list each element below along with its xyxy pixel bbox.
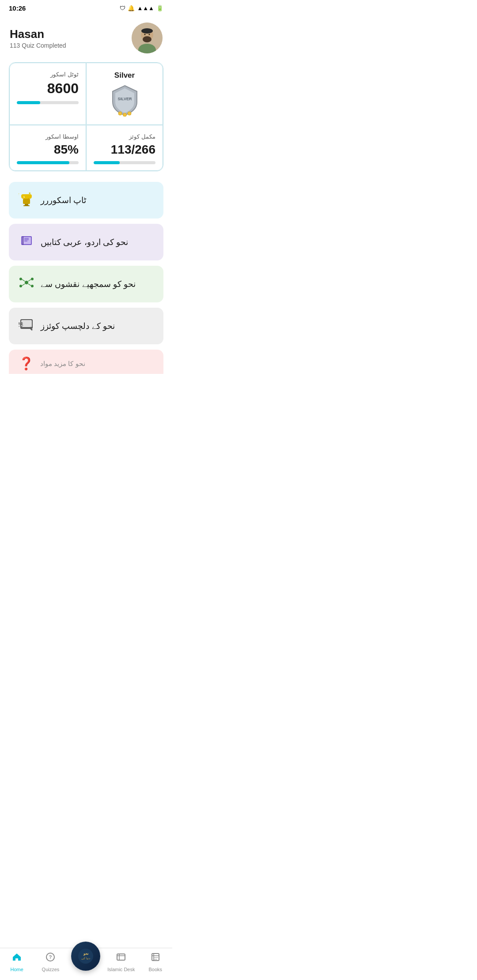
svg-rect-23 bbox=[23, 236, 23, 245]
stats-grid: ٹوٹل اسکور 8600 Silver SILVER اوسطا اسکو… bbox=[9, 62, 163, 171]
books-card[interactable]: نحو کی اردو، عربی کتابیں bbox=[9, 224, 163, 260]
quizzes-icon: A B C D bbox=[19, 317, 34, 335]
svg-text:✦: ✦ bbox=[28, 197, 30, 200]
header: Hasan 113 Quiz Completed bbox=[0, 15, 172, 62]
svg-point-27 bbox=[19, 285, 22, 287]
svg-rect-12 bbox=[25, 204, 28, 205]
top-scorers-icon: ★ ★ ✦ 1 bbox=[19, 191, 34, 210]
header-text: Hasan 113 Quiz Completed bbox=[10, 27, 66, 49]
battery-icon: 🔋 bbox=[156, 5, 163, 11]
svg-point-9 bbox=[123, 113, 126, 117]
status-icons: 🛡 🔔 ▲▲▲ 🔋 bbox=[120, 5, 163, 11]
username: Hasan bbox=[10, 27, 66, 41]
avatar bbox=[132, 23, 163, 53]
completed-label: مکمل کوئز bbox=[94, 133, 155, 140]
total-score-progress bbox=[17, 101, 79, 104]
svg-point-3 bbox=[143, 36, 151, 42]
svg-point-5 bbox=[144, 34, 146, 35]
avg-score-value: 85% bbox=[17, 143, 79, 157]
silver-badge-cell: Silver SILVER bbox=[86, 63, 163, 125]
status-bar: 10:26 🛡 🔔 ▲▲▲ 🔋 bbox=[0, 0, 172, 15]
silver-badge-icon: SILVER bbox=[110, 83, 139, 117]
svg-point-26 bbox=[31, 278, 34, 280]
notification-icon: 🔔 bbox=[128, 5, 135, 11]
svg-text:C D: C D bbox=[19, 324, 23, 327]
shield-icon: 🛡 bbox=[120, 5, 125, 11]
svg-text:★: ★ bbox=[28, 192, 31, 195]
svg-point-8 bbox=[118, 112, 122, 115]
menu-section: ٹاپ اسکوررر ★ ★ ✦ 1 نحو کی اردو، عربی کت… bbox=[9, 182, 163, 374]
partial-card[interactable]: نحو کا مزید مواد ❓ bbox=[9, 350, 163, 374]
svg-line-29 bbox=[22, 279, 25, 281]
diagrams-icon bbox=[19, 275, 34, 294]
total-score-fill bbox=[17, 101, 40, 104]
books-label: نحو کی اردو، عربی کتابیں bbox=[41, 237, 128, 247]
svg-line-31 bbox=[22, 284, 25, 286]
diagrams-label: نحو کو سمجھیے نقشوں سے bbox=[41, 279, 136, 289]
avg-score-cell: اوسطا اسکور 85% bbox=[9, 125, 86, 171]
partial-label: نحو کا مزید مواد bbox=[40, 360, 85, 368]
svg-point-28 bbox=[31, 285, 34, 287]
avg-score-fill bbox=[17, 161, 69, 164]
quizzes-card[interactable]: نحو کے دلچسپ کوئزز A B C D bbox=[9, 308, 163, 344]
avg-score-label: اوسطا اسکور bbox=[17, 133, 79, 140]
partial-icon: ❓ bbox=[19, 356, 34, 371]
svg-point-6 bbox=[149, 34, 150, 35]
svg-line-30 bbox=[28, 279, 31, 281]
completed-progress bbox=[94, 161, 155, 164]
avg-score-progress bbox=[17, 161, 79, 164]
completed-value: 113/266 bbox=[94, 143, 155, 157]
diagrams-card[interactable]: نحو کو سمجھیے نقشوں سے bbox=[9, 266, 163, 302]
svg-text:★: ★ bbox=[19, 192, 19, 196]
top-scorers-label: ٹاپ اسکوررر bbox=[41, 195, 86, 205]
avatar-image bbox=[132, 23, 163, 53]
signal-icon: ▲▲▲ bbox=[137, 5, 154, 11]
quiz-count: 113 Quiz Completed bbox=[10, 42, 66, 49]
top-scorers-card[interactable]: ٹاپ اسکوررر ★ ★ ✦ 1 bbox=[9, 182, 163, 219]
total-score-label: ٹوٹل اسکور bbox=[17, 71, 79, 78]
total-score-value: 8600 bbox=[17, 80, 79, 97]
svg-point-25 bbox=[19, 278, 22, 280]
silver-badge-svg: SILVER bbox=[110, 83, 139, 117]
svg-text:SILVER: SILVER bbox=[117, 97, 132, 101]
completed-fill bbox=[94, 161, 120, 164]
silver-label: Silver bbox=[114, 71, 135, 80]
completed-quizzes-cell: مکمل کوئز 113/266 bbox=[86, 125, 163, 171]
svg-line-32 bbox=[28, 284, 31, 286]
svg-point-4 bbox=[141, 28, 153, 34]
quizzes-label: نحو کے دلچسپ کوئزز bbox=[41, 321, 115, 331]
svg-rect-13 bbox=[23, 205, 30, 206]
status-time: 10:26 bbox=[9, 4, 26, 12]
svg-point-24 bbox=[25, 281, 28, 284]
books-icon bbox=[19, 233, 34, 252]
total-score-cell: ٹوٹل اسکور 8600 bbox=[9, 63, 86, 125]
svg-point-10 bbox=[128, 112, 131, 115]
